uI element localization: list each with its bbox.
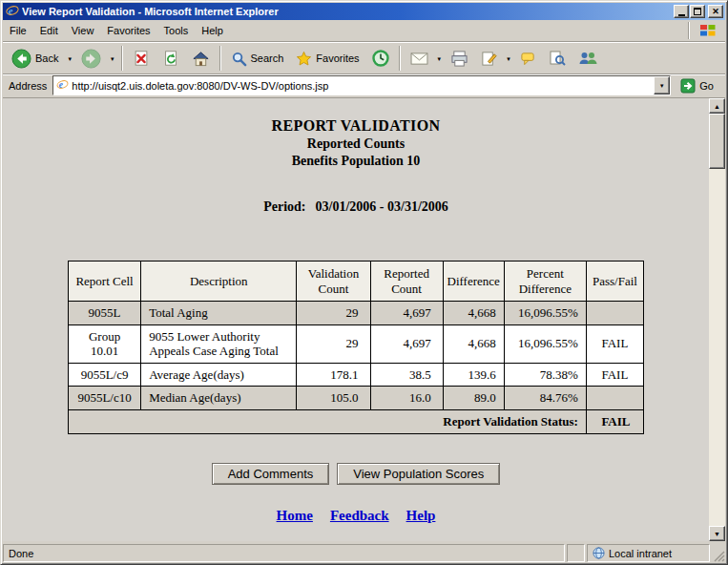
discuss-icon xyxy=(520,51,536,67)
svg-text:e: e xyxy=(59,79,63,89)
period-label: Period: xyxy=(263,199,305,214)
table-cell: 9055L/c9 xyxy=(69,363,141,387)
stop-button[interactable] xyxy=(127,44,156,73)
validation-status-value: FAIL xyxy=(586,409,643,433)
history-button[interactable] xyxy=(366,44,395,73)
home-link[interactable]: Home xyxy=(277,508,313,524)
toolbar-separator xyxy=(399,46,401,71)
resize-grip[interactable] xyxy=(712,544,725,562)
toolbar-separator xyxy=(219,46,221,71)
menu-view[interactable]: View xyxy=(65,20,101,41)
minimize-icon xyxy=(678,14,685,16)
table-cell: 29 xyxy=(297,302,370,325)
chevron-down-icon: ▾ xyxy=(438,55,442,62)
table-cell: 38.5 xyxy=(370,363,443,387)
search-button[interactable]: Search xyxy=(225,44,290,73)
period-line: Period:03/01/2006 - 03/31/2006 xyxy=(3,199,709,215)
address-input[interactable] xyxy=(69,78,654,93)
table-cell: 29 xyxy=(297,324,370,363)
toolbar-separator xyxy=(121,46,123,71)
table-cell: 9055 Lower Authority Appeals Case Aging … xyxy=(141,324,297,363)
table-cell: FAIL xyxy=(586,324,643,363)
discuss-button[interactable] xyxy=(514,44,542,73)
go-label: Go xyxy=(699,80,714,92)
validation-status-label: Report Validation Status: xyxy=(69,409,587,433)
edit-dropdown[interactable]: ▾ xyxy=(504,44,513,73)
back-dropdown[interactable]: ▾ xyxy=(65,44,74,73)
column-header: Validation Count xyxy=(297,262,370,302)
scrollbar-track[interactable] xyxy=(709,114,725,526)
table-cell: 16.0 xyxy=(370,387,443,410)
go-icon xyxy=(680,78,696,94)
validation-table: Report Cell Description Validation Count… xyxy=(68,261,644,434)
stop-icon xyxy=(133,50,150,67)
scroll-up-button[interactable]: ▲ xyxy=(709,98,725,114)
view-population-scores-button[interactable]: View Population Scores xyxy=(337,463,500,485)
menu-favorites[interactable]: Favorites xyxy=(100,20,156,41)
printer-icon xyxy=(450,51,468,67)
refresh-button[interactable] xyxy=(156,44,185,73)
column-header: Description xyxy=(141,262,297,302)
table-cell: 4,668 xyxy=(443,302,504,325)
forward-button[interactable] xyxy=(75,44,107,73)
close-button[interactable]: ✕ xyxy=(708,5,723,18)
window-title: View Report Validation - Microsoft Inter… xyxy=(22,6,671,17)
windows-logo-icon xyxy=(691,20,725,41)
back-button[interactable]: Back xyxy=(6,44,64,73)
chevron-down-icon: ▾ xyxy=(68,55,72,62)
mail-dropdown[interactable]: ▾ xyxy=(435,44,445,73)
zone-indicator: Local intranet xyxy=(587,544,710,562)
period-value: 03/01/2006 - 03/31/2006 xyxy=(316,199,448,214)
table-cell: 89.0 xyxy=(443,387,504,410)
table-cell xyxy=(586,387,643,410)
edit-button[interactable] xyxy=(475,44,503,73)
status-pane-empty xyxy=(567,544,585,562)
forward-dropdown[interactable]: ▾ xyxy=(108,44,117,73)
menu-help[interactable]: Help xyxy=(195,20,230,41)
menu-file[interactable]: File xyxy=(3,20,33,41)
scrollbar-thumb[interactable] xyxy=(709,114,725,169)
forward-icon xyxy=(81,49,101,69)
table-cell: 9055L xyxy=(69,302,141,325)
address-label: Address xyxy=(9,80,47,92)
menu-separator xyxy=(688,22,690,39)
title-bar: e View Report Validation - Microsoft Int… xyxy=(3,3,725,20)
home-icon xyxy=(192,50,210,68)
table-row: 9055L/c9 Average Age(days) 178.1 38.5 13… xyxy=(69,363,644,387)
home-button[interactable] xyxy=(186,44,216,73)
help-link[interactable]: Help xyxy=(406,508,436,524)
messenger-button[interactable] xyxy=(572,44,603,73)
print-button[interactable] xyxy=(445,44,474,73)
vertical-scrollbar[interactable]: ▲ ▼ xyxy=(709,98,725,541)
table-cell: FAIL xyxy=(586,363,643,387)
maximize-icon xyxy=(694,8,701,15)
browser-window: e View Report Validation - Microsoft Int… xyxy=(0,0,728,565)
mail-button[interactable] xyxy=(405,44,434,73)
table-cell: 4,668 xyxy=(443,324,504,363)
minimize-button[interactable] xyxy=(674,5,689,18)
feedback-link[interactable]: Feedback xyxy=(330,508,389,524)
maximize-button[interactable] xyxy=(690,5,705,18)
go-button[interactable]: Go xyxy=(676,78,721,94)
column-header: Difference xyxy=(443,262,504,302)
table-cell: 4,697 xyxy=(370,302,443,325)
table-cell: 78.38% xyxy=(504,363,586,387)
address-dropdown-button[interactable]: ▼ xyxy=(654,76,670,94)
page-content: REPORT VALIDATION Reported Counts Benefi… xyxy=(3,98,709,541)
table-cell: Median Age(days) xyxy=(141,387,297,410)
menu-edit[interactable]: Edit xyxy=(33,20,65,41)
add-comments-button[interactable]: Add Comments xyxy=(212,463,330,485)
menu-bar: File Edit View Favorites Tools Help xyxy=(3,20,725,42)
footer-links: Home Feedback Help xyxy=(3,508,709,524)
address-bar: Address e ▼ Go xyxy=(3,74,725,98)
favorites-button[interactable]: Favorites xyxy=(290,44,364,73)
research-button[interactable] xyxy=(543,44,572,73)
column-header: Report Cell xyxy=(69,262,141,302)
favorites-star-icon xyxy=(296,51,312,67)
toolbar: Back ▾ ▾ Se xyxy=(3,42,725,74)
menu-tools[interactable]: Tools xyxy=(157,20,196,41)
scroll-down-button[interactable]: ▼ xyxy=(709,526,725,541)
back-icon xyxy=(11,49,31,69)
history-icon xyxy=(372,50,389,67)
refresh-icon xyxy=(162,50,179,67)
